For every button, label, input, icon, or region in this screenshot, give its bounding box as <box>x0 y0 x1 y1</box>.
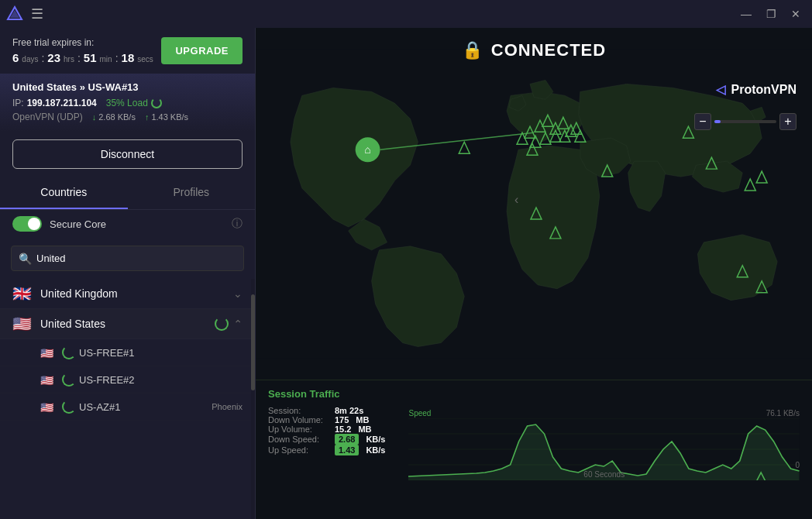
trial-hrs-num: 23 <box>47 51 60 64</box>
server-flag-us-free1-icon: 🇺🇸 <box>40 347 54 358</box>
chart-speed-label: Speed <box>408 409 431 418</box>
session-stat: Session: 8m 22s <box>268 406 385 415</box>
country-actions-uk: ⌄ <box>233 287 243 300</box>
minimize-button[interactable]: — <box>736 4 756 24</box>
up-speed-label: Up Speed: <box>268 445 330 455</box>
world-map: ⌂ ‹ <box>256 28 812 380</box>
traffic-stats: Session: 8m 22s Down Volume: 175 MB Up V… <box>268 406 800 479</box>
up-speed-stat: Up Speed: 1.43 KB/s <box>268 445 385 455</box>
up-vol-value: 15.2 <box>335 424 351 434</box>
down-vol-unit: MB <box>356 415 369 424</box>
server-location-us-az1: Phoenix <box>212 402 243 411</box>
trial-days-num: 6 <box>12 51 19 64</box>
trial-info: Free trial expires in: 6 days : 23 hrs :… <box>12 37 153 64</box>
session-label: Session: <box>268 406 330 415</box>
proton-logo-icon: ◁ <box>716 82 725 97</box>
chart-zero-label: 0 <box>795 461 800 469</box>
connection-protocol-row: OpenVPN (UDP) ↓ 2.68 KB/s ↑ 1.43 KB/s <box>12 112 243 122</box>
connected-label: CONNECTED <box>491 40 606 60</box>
load-value: 35% Load <box>106 98 148 108</box>
protocol-value: OpenVPN (UDP) <box>12 112 83 122</box>
trial-days-label: days <box>22 55 38 64</box>
trial-secs-num: 18 <box>122 51 135 64</box>
down-speed-value: 2.68 KB/s <box>98 112 136 122</box>
connection-info: United States » US-WA#13 IP: 199.187.211… <box>0 74 255 132</box>
ip-label: IP: <box>12 98 24 108</box>
server-item-us-az1[interactable]: 🇺🇸 US-AZ#1 Phoenix <box>0 394 255 421</box>
titlebar-controls: — ❐ ✕ <box>736 4 806 24</box>
stat-col-1: Session: 8m 22s Down Volume: 175 MB Up V… <box>268 406 385 479</box>
close-button[interactable]: ✕ <box>786 4 806 24</box>
up-speed-value: 1.43 <box>335 445 359 455</box>
down-vol-value: 175 <box>335 415 349 424</box>
titlebar: ☰ — ❐ ✕ <box>0 0 812 28</box>
info-icon[interactable]: ⓘ <box>232 217 243 231</box>
server-item-us-free1[interactable]: 🇺🇸 US-FREE#1 <box>0 339 255 366</box>
trial-countdown: 6 days : 23 hrs : 51 min : 18 secs <box>12 51 153 64</box>
server-item-us-free2[interactable]: 🇺🇸 US-FREE#2 <box>0 366 255 394</box>
up-speed-item: ↑ 1.43 KB/s <box>145 112 188 122</box>
down-speed-unit: KB/s <box>366 435 385 444</box>
trial-min-num: 51 <box>84 51 97 64</box>
search-input[interactable] <box>11 246 244 271</box>
right-panel: 🔒 CONNECTED ◁ ProtonVPN − + <box>256 28 812 519</box>
server-name-us-free2: US-FREE#2 <box>79 374 243 386</box>
server-load-ring-1 <box>62 345 76 359</box>
svg-text:‹: ‹ <box>514 193 518 206</box>
chevron-down-icon-uk: ⌄ <box>233 287 243 300</box>
main-content: Free trial expires in: 6 days : 23 hrs :… <box>0 28 812 519</box>
svg-text:⌂: ⌂ <box>364 143 370 156</box>
up-vol-stat: Up Volume: 15.2 MB <box>268 424 385 434</box>
map-area: 🔒 CONNECTED ◁ ProtonVPN − + <box>256 28 812 380</box>
server-load-ring-3 <box>62 400 76 414</box>
up-vol-label: Up Volume: <box>268 424 330 434</box>
ip-value: 199.187.211.104 <box>27 98 97 108</box>
tabs: Countries Profiles <box>0 177 255 210</box>
loading-icon-us <box>215 317 229 331</box>
down-speed-stat: Down Speed: 2.68 KB/s <box>268 434 385 445</box>
hamburger-icon[interactable]: ☰ <box>31 5 43 22</box>
tab-profiles[interactable]: Profiles <box>128 177 256 209</box>
app-logo-icon <box>6 5 23 22</box>
search-icon: 🔍 <box>19 253 32 265</box>
connection-country: United States <box>12 81 77 93</box>
country-item-us[interactable]: 🇺🇸 United States ⌄ <box>0 309 255 339</box>
down-vol-label: Down Volume: <box>268 415 330 424</box>
upgrade-button[interactable]: UPGRADE <box>161 37 243 64</box>
up-speed-unit: KB/s <box>366 445 385 455</box>
sidebar-scrollbar-track <box>251 279 255 519</box>
brand-label: ProtonVPN <box>731 83 797 97</box>
server-name-us-az1: US-AZ#1 <box>79 401 207 413</box>
toggle-knob <box>28 218 40 230</box>
up-speed-value: 1.43 KB/s <box>151 112 188 122</box>
tab-countries[interactable]: Countries <box>0 177 128 209</box>
country-actions-us: ⌄ <box>215 317 243 331</box>
down-speed-label: Down Speed: <box>268 435 330 444</box>
secure-core-toggle[interactable] <box>12 216 42 232</box>
titlebar-left: ☰ <box>6 5 43 22</box>
disconnect-button[interactable]: Disconnect <box>12 139 243 169</box>
maximize-button[interactable]: ❐ <box>761 4 781 24</box>
country-item-uk[interactable]: 🇬🇧 United Kingdom ⌄ <box>0 279 255 309</box>
down-speed-item: ↓ 2.68 KB/s <box>92 112 136 122</box>
server-flag-us-free2-icon: 🇺🇸 <box>40 374 54 385</box>
load-indicator: 35% Load <box>106 98 162 108</box>
secure-core-label: Secure Core <box>50 218 224 230</box>
session-value: 8m 22s <box>335 406 363 415</box>
countries-list[interactable]: 🇬🇧 United Kingdom ⌄ 🇺🇸 United States ⌄ 🇺… <box>0 279 255 519</box>
sidebar: Free trial expires in: 6 days : 23 hrs :… <box>0 28 256 519</box>
search-container: 🔍 <box>0 238 255 279</box>
zoom-minus-button[interactable]: − <box>694 113 711 130</box>
chart-time-label: 60 Seconds <box>583 470 624 479</box>
zoom-plus-button[interactable]: + <box>779 113 797 130</box>
zoom-slider-track[interactable] <box>714 120 776 123</box>
zoom-slider-fill <box>714 120 721 123</box>
up-arrow-icon: ↑ <box>145 112 150 122</box>
server-flag-us-az1-icon: 🇺🇸 <box>40 401 54 412</box>
proton-brand: ◁ ProtonVPN <box>716 82 797 97</box>
chart-max-label: 76.1 KB/s <box>766 409 800 418</box>
down-speed-value: 2.68 <box>335 434 359 445</box>
connection-server: US-WA#13 <box>88 81 139 93</box>
connection-ip-row: IP: 199.187.211.104 35% Load <box>12 98 243 108</box>
country-name-uk: United Kingdom <box>40 287 233 300</box>
